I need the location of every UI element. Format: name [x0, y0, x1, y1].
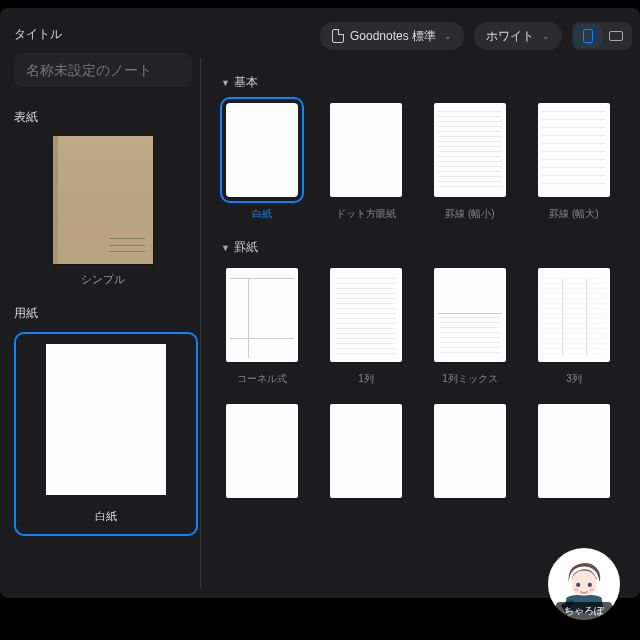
avatar-label: ちゃろぽ [556, 602, 612, 620]
template-item[interactable]: 罫線 (幅小) [429, 103, 511, 221]
template-thumbnail [330, 103, 402, 197]
template-item[interactable]: 3列 [533, 268, 615, 386]
template-grid [221, 404, 640, 508]
orientation-portrait-button[interactable] [574, 24, 602, 48]
svg-point-3 [588, 583, 592, 587]
orientation-segment [572, 22, 632, 50]
paper-label: 用紙 [14, 305, 192, 322]
section-title: 罫紙 [234, 240, 258, 254]
sidebar: タイトル 表紙 シンプル 用紙 白紙 [0, 8, 200, 598]
template-label: 1列ミックス [442, 372, 498, 386]
svg-point-5 [589, 588, 594, 591]
title-label: タイトル [14, 26, 192, 43]
template-thumbnail [434, 404, 506, 498]
paper-color-dropdown[interactable]: ホワイト ⌄ [474, 22, 562, 50]
template-item[interactable]: 白紙 [221, 103, 303, 221]
paper-selection[interactable]: 白紙 [14, 332, 198, 536]
template-item[interactable]: コーネル式 [221, 268, 303, 386]
toolbar: Goodnotes 標準 ⌄ ホワイト ⌄ [221, 22, 640, 50]
template-thumbnail [226, 268, 298, 362]
template-grid: 白紙ドット方眼紙罫線 (幅小)罫線 (幅大) [221, 103, 640, 221]
template-item[interactable] [429, 404, 511, 508]
template-item[interactable]: 1列 [325, 268, 407, 386]
document-icon [332, 29, 344, 43]
template-thumbnail [226, 404, 298, 498]
template-label: コーネル式 [237, 372, 287, 386]
template-item[interactable] [325, 404, 407, 508]
paper-size-value: Goodnotes 標準 [350, 28, 436, 45]
template-thumbnail [434, 268, 506, 362]
template-label: 3列 [566, 372, 582, 386]
template-thumbnail [434, 103, 506, 197]
template-thumbnail [538, 404, 610, 498]
paper-size-dropdown[interactable]: Goodnotes 標準 ⌄ [320, 22, 464, 50]
template-item[interactable]: 1列ミックス [429, 268, 511, 386]
cover-label: 表紙 [14, 109, 192, 126]
template-thumbnail [330, 268, 402, 362]
template-item[interactable]: ドット方眼紙 [325, 103, 407, 221]
template-label: 1列 [358, 372, 374, 386]
tablet-portrait-icon [583, 29, 593, 43]
tablet-landscape-icon [609, 31, 623, 41]
template-label: 白紙 [252, 207, 272, 221]
template-thumbnail [226, 103, 298, 197]
template-item[interactable] [221, 404, 303, 508]
notebook-title-input[interactable] [14, 53, 192, 87]
section-title: 基本 [234, 75, 258, 89]
template-item[interactable] [533, 404, 615, 508]
template-grid: コーネル式1列1列ミックス3列 [221, 268, 640, 386]
disclosure-triangle-icon: ▼ [221, 78, 230, 88]
template-label: 罫線 (幅大) [549, 207, 598, 221]
svg-point-2 [576, 583, 580, 587]
chevron-down-icon: ⌄ [542, 31, 550, 41]
template-section: ▼基本白紙ドット方眼紙罫線 (幅小)罫線 (幅大) [221, 74, 640, 221]
orientation-landscape-button[interactable] [602, 24, 630, 48]
avatar[interactable]: ちゃろぽ [548, 548, 620, 620]
paper-thumbnail [46, 344, 166, 495]
template-label: 罫線 (幅小) [445, 207, 494, 221]
section-header[interactable]: ▼基本 [221, 74, 640, 91]
cover-thumbnail[interactable] [53, 136, 153, 264]
chevron-down-icon: ⌄ [444, 31, 452, 41]
svg-point-4 [574, 588, 579, 591]
template-label: ドット方眼紙 [336, 207, 396, 221]
template-section: ▼罫紙コーネル式1列1列ミックス3列 [221, 239, 640, 386]
cover-name: シンプル [14, 272, 192, 287]
disclosure-triangle-icon: ▼ [221, 243, 230, 253]
section-header[interactable]: ▼罫紙 [221, 239, 640, 256]
new-notebook-dialog: タイトル 表紙 シンプル 用紙 白紙 Goodnotes 標準 ⌄ ホワイト ⌄ [0, 8, 640, 598]
paper-name: 白紙 [95, 509, 117, 524]
template-thumbnail [538, 103, 610, 197]
template-gallery: Goodnotes 標準 ⌄ ホワイト ⌄ ▼基本白紙ドット方眼紙罫線 (幅小)… [201, 8, 640, 598]
template-thumbnail [538, 268, 610, 362]
paper-color-value: ホワイト [486, 28, 534, 45]
template-item[interactable]: 罫線 (幅大) [533, 103, 615, 221]
template-thumbnail [330, 404, 402, 498]
